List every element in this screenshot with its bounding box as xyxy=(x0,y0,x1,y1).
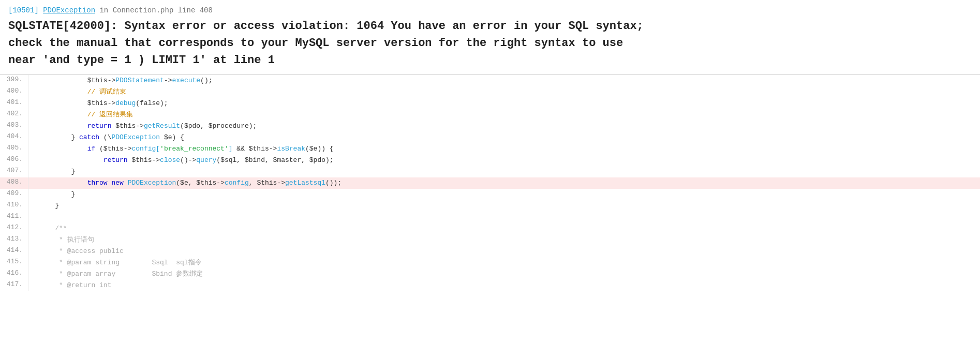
line-content: throw new PDOException($e, $this->config… xyxy=(28,177,341,189)
line-number: 402. xyxy=(0,109,28,121)
code-line: 405. if ($this->config['break_reconnect'… xyxy=(0,143,980,155)
error-header: [10501] PDOException in Connection.php l… xyxy=(0,0,980,74)
line-content: * @param string $sql sql指令 xyxy=(28,257,202,268)
line-number: 411. xyxy=(0,212,28,223)
line-number: 407. xyxy=(0,166,28,177)
line-content: $this->PDOStatement->execute(); xyxy=(28,75,213,86)
line-number: 401. xyxy=(0,98,28,109)
line-content: * @param array $bind 参数绑定 xyxy=(28,268,203,280)
code-line: 399. $this->PDOStatement->execute(); xyxy=(0,75,980,86)
exception-class[interactable]: PDOException xyxy=(43,6,95,14)
code-line: 404. } catch (\PDOException $e) { xyxy=(0,132,980,143)
line-content: return $this->getResult($pdo, $procedure… xyxy=(28,121,257,132)
line-content: $this->debug(false); xyxy=(28,98,168,109)
line-content: * 执行语句 xyxy=(28,234,94,246)
code-line: 403. return $this->getResult($pdo, $proc… xyxy=(0,121,980,132)
code-line: 416. * @param array $bind 参数绑定 xyxy=(0,268,980,280)
line-number: 410. xyxy=(0,200,28,212)
code-line: 411. xyxy=(0,212,980,223)
line-number: 414. xyxy=(0,246,28,257)
error-location: [10501] PDOException in Connection.php l… xyxy=(8,6,972,14)
line-number: 416. xyxy=(0,268,28,280)
line-number: 413. xyxy=(0,234,28,246)
code-line: 413. * 执行语句 xyxy=(0,234,980,246)
line-number: 415. xyxy=(0,257,28,268)
line-number: 412. xyxy=(0,223,28,234)
line-content: } xyxy=(28,166,75,177)
code-line: 402. // 返回结果集 xyxy=(0,109,980,121)
line-number: 417. xyxy=(0,280,28,291)
error-message: SQLSTATE[42000]: Syntax error or access … xyxy=(8,18,972,69)
line-content: // 返回结果集 xyxy=(28,109,133,121)
line-content: // 调试结束 xyxy=(28,86,126,98)
code-line: 400. // 调试结束 xyxy=(0,86,980,98)
line-content: return $this->close()->query($sql, $bind… xyxy=(28,155,334,166)
line-number: 403. xyxy=(0,121,28,132)
line-number: 404. xyxy=(0,132,28,143)
line-content: * @return int xyxy=(28,280,111,291)
code-line: 406. return $this->close()->query($sql, … xyxy=(0,155,980,166)
code-line: 407. } xyxy=(0,166,980,177)
line-number: 399. xyxy=(0,75,28,86)
file-info: in Connection.php line 408 xyxy=(99,6,212,14)
error-number: [10501] xyxy=(8,6,39,14)
line-number: 409. xyxy=(0,189,28,200)
code-viewer: 399. $this->PDOStatement->execute();400.… xyxy=(0,74,980,291)
line-number: 400. xyxy=(0,86,28,98)
code-line: 401. $this->debug(false); xyxy=(0,98,980,109)
code-line: 417. * @return int xyxy=(0,280,980,291)
code-line: 408. throw new PDOException($e, $this->c… xyxy=(0,177,980,189)
code-line: 412. /** xyxy=(0,223,980,234)
line-content: } catch (\PDOException $e) { xyxy=(28,132,184,143)
code-line: 410. } xyxy=(0,200,980,212)
code-line: 415. * @param string $sql sql指令 xyxy=(0,257,980,268)
code-line: 409. } xyxy=(0,189,980,200)
line-content: if ($this->config['break_reconnect'] && … xyxy=(28,143,334,155)
line-content: * @access public xyxy=(28,246,124,257)
line-number: 408. xyxy=(0,177,28,189)
line-number: 405. xyxy=(0,143,28,155)
line-content xyxy=(28,212,39,223)
line-content: } xyxy=(28,200,59,212)
code-line: 414. * @access public xyxy=(0,246,980,257)
line-content: } xyxy=(28,189,75,200)
line-content: /** xyxy=(28,223,67,234)
line-number: 406. xyxy=(0,155,28,166)
